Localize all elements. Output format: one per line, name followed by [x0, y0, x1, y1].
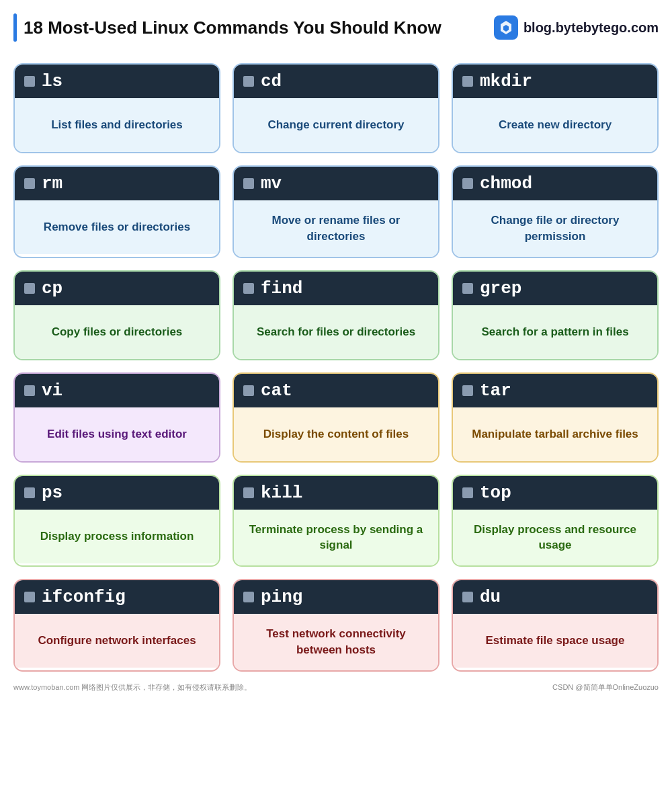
cmd-name-top: top [480, 483, 511, 503]
cmd-description-ping: Test network connectivity between hosts [243, 626, 429, 658]
cmd-body-find: Search for files or directories [234, 305, 438, 359]
cmd-body-ping: Test network connectivity between hosts [234, 614, 438, 670]
command-card-cd: cd Change current directory [233, 63, 439, 153]
page-title: 18 Most-Used Linux Commands You Should K… [24, 17, 442, 38]
cmd-body-mkdir: Create new directory [453, 98, 657, 152]
command-card-ifconfig: ifconfig Configure network interfaces [13, 579, 220, 672]
header-title-group: 18 Most-Used Linux Commands You Should K… [13, 13, 442, 42]
cmd-header-grep: grep [453, 272, 657, 305]
cmd-header-vi: vi [15, 374, 219, 407]
cmd-body-grep: Search for a pattern in files [453, 305, 657, 359]
cmd-description-cp: Copy files or directories [52, 324, 183, 340]
terminal-icon [24, 178, 35, 189]
cmd-name-rm: rm [42, 173, 62, 194]
cmd-body-cd: Change current directory [234, 98, 438, 152]
command-card-mkdir: mkdir Create new directory [452, 63, 659, 153]
cmd-description-mkdir: Create new directory [499, 117, 612, 133]
footer: www.toymoban.com 网络图片仅供展示，非存储，如有侵权请联系删除。… [13, 682, 659, 692]
terminal-icon [24, 487, 35, 498]
command-card-ping: ping Test network connectivity between h… [233, 579, 439, 672]
page-wrapper: 18 Most-Used Linux Commands You Should K… [13, 13, 659, 692]
terminal-icon [462, 385, 473, 396]
terminal-icon [462, 283, 473, 294]
cmd-header-tar: tar [453, 374, 657, 407]
cmd-header-mv: mv [234, 167, 438, 200]
footer-left: www.toymoban.com 网络图片仅供展示，非存储，如有侵权请联系删除。 [13, 682, 251, 692]
header-brand: blog.bytebytego.com [494, 15, 659, 40]
terminal-icon [462, 178, 473, 189]
cmd-header-mkdir: mkdir [453, 65, 657, 98]
cmd-name-cat: cat [261, 381, 292, 401]
cmd-header-cat: cat [234, 374, 438, 407]
cmd-header-kill: kill [234, 476, 438, 510]
command-card-tar: tar Manipulate tarball archive files [452, 372, 659, 463]
command-card-rm: rm Remove files or directories [13, 165, 220, 258]
cmd-header-top: top [453, 476, 657, 510]
cmd-body-cp: Copy files or directories [15, 305, 219, 359]
cmd-name-cd: cd [261, 71, 282, 91]
cmd-description-tar: Manipulate tarball archive files [472, 426, 638, 442]
cmd-description-du: Estimate file space usage [486, 633, 625, 649]
cmd-name-vi: vi [42, 381, 62, 401]
cmd-name-ls: ls [42, 71, 62, 91]
cmd-description-ifconfig: Configure network interfaces [38, 633, 196, 649]
command-card-ls: ls List files and directories [13, 63, 220, 153]
cmd-description-cd: Change current directory [267, 117, 404, 133]
command-card-mv: mv Move or rename files or directories [233, 165, 439, 258]
command-card-ps: ps Display process information [13, 475, 220, 567]
terminal-icon [462, 76, 473, 87]
cmd-body-ifconfig: Configure network interfaces [15, 614, 219, 668]
cmd-body-tar: Manipulate tarball archive files [453, 407, 657, 461]
terminal-icon [462, 487, 473, 498]
cmd-body-ps: Display process information [15, 510, 219, 563]
cmd-name-chmod: chmod [480, 173, 532, 194]
cmd-body-chmod: Change file or directory permission [453, 200, 657, 257]
cmd-header-rm: rm [15, 167, 219, 200]
cmd-name-kill: kill [261, 483, 302, 503]
terminal-icon [243, 487, 254, 498]
cmd-header-du: du [453, 580, 657, 614]
cmd-body-mv: Move or rename files or directories [234, 200, 438, 257]
cmd-body-ls: List files and directories [15, 98, 219, 152]
cmd-body-top: Display process and resource usage [453, 510, 657, 566]
brand-logo-icon [494, 15, 518, 40]
terminal-icon [243, 385, 254, 396]
cmd-header-chmod: chmod [453, 167, 657, 200]
terminal-icon [243, 76, 254, 87]
cmd-name-mkdir: mkdir [480, 71, 532, 91]
command-card-chmod: chmod Change file or directory permissio… [452, 165, 659, 258]
cmd-body-du: Estimate file space usage [453, 614, 657, 668]
footer-right: CSDN @简简单单OnlineZuozuo [552, 682, 659, 692]
cmd-description-chmod: Change file or directory permission [462, 212, 648, 245]
cmd-name-tar: tar [480, 381, 511, 401]
command-card-kill: kill Terminate process by sending a sign… [233, 475, 439, 567]
command-card-grep: grep Search for a pattern in files [452, 270, 659, 360]
cmd-name-mv: mv [261, 173, 282, 194]
cmd-description-find: Search for files or directories [257, 324, 415, 340]
command-card-cp: cp Copy files or directories [13, 270, 220, 360]
terminal-icon [243, 178, 254, 189]
cmd-header-ps: ps [15, 476, 219, 510]
cmd-header-find: find [234, 272, 438, 305]
terminal-icon [24, 592, 35, 602]
cmd-description-vi: Edit files using text editor [47, 426, 187, 442]
cmd-body-kill: Terminate process by sending a signal [234, 510, 438, 566]
cmd-body-vi: Edit files using text editor [15, 407, 219, 461]
cmd-name-ifconfig: ifconfig [42, 587, 126, 607]
cmd-header-ifconfig: ifconfig [15, 580, 219, 614]
cmd-description-ls: List files and directories [51, 117, 183, 133]
cmd-header-ping: ping [234, 580, 438, 614]
command-card-cat: cat Display the content of files [233, 372, 439, 463]
cmd-body-cat: Display the content of files [234, 407, 438, 461]
cmd-name-grep: grep [480, 278, 521, 299]
cmd-description-ps: Display process information [40, 528, 194, 545]
terminal-icon [243, 592, 254, 602]
cmd-name-du: du [480, 587, 501, 607]
command-card-find: find Search for files or directories [233, 270, 439, 360]
command-card-du: du Estimate file space usage [452, 579, 659, 672]
terminal-icon [24, 385, 35, 396]
cmd-header-cp: cp [15, 272, 219, 305]
cmd-name-cp: cp [42, 278, 62, 299]
cmd-description-rm: Remove files or directories [44, 219, 190, 235]
terminal-icon [24, 76, 35, 87]
